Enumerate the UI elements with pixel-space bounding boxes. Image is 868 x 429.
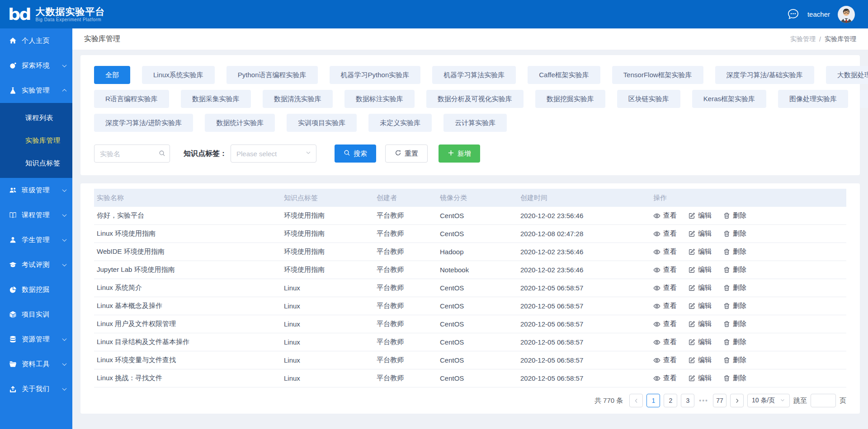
filter-tag[interactable]: 机器学习Python实验库 [330, 66, 421, 84]
filter-tag[interactable]: 云计算实验库 [443, 114, 507, 132]
delete-button[interactable]: 删除 [723, 211, 746, 220]
sidebar-item-student-mgmt[interactable]: 学生管理 [0, 228, 72, 252]
filter-tag[interactable]: 数据统计实验库 [205, 114, 275, 132]
sidebar-item-explore-env[interactable]: 探索环境 [0, 53, 72, 78]
filter-tag[interactable]: 数据标注实验库 [344, 90, 415, 108]
filter-tag[interactable]: Caffe框架实验库 [528, 66, 600, 84]
filter-tag[interactable]: 大数据处理技术实验库 [826, 66, 868, 84]
sidebar-item-data-mining[interactable]: 数据挖掘 [0, 277, 72, 302]
view-button[interactable]: 查看 [653, 356, 677, 364]
sidebar-item-label: 探索环境 [22, 61, 63, 70]
edit-button[interactable]: 编辑 [689, 211, 712, 220]
view-button[interactable]: 查看 [653, 284, 677, 292]
sidebar-item-about-us[interactable]: 关于我们 [0, 377, 72, 401]
edit-button[interactable]: 编辑 [689, 247, 712, 256]
prev-page-button[interactable] [629, 394, 643, 407]
sidebar-item-material-tools[interactable]: 资料工具 [0, 352, 72, 377]
cell-image: CentOS [437, 284, 518, 292]
page-button-2[interactable]: 2 [664, 394, 677, 407]
delete-button[interactable]: 删除 [723, 229, 746, 238]
filter-tag[interactable]: R语言编程实验库 [94, 90, 169, 108]
view-button[interactable]: 查看 [653, 302, 677, 310]
filter-tag[interactable]: 区块链实验库 [617, 90, 680, 108]
sidebar-item-project-training[interactable]: 项目实训 [0, 302, 72, 327]
filter-tag[interactable]: PyTorch框架实验库 [860, 90, 868, 108]
edit-button[interactable]: 编辑 [689, 320, 712, 328]
about-icon [9, 385, 17, 393]
view-button[interactable]: 查看 [653, 266, 677, 274]
filter-tag[interactable]: 全部 [94, 66, 130, 84]
refresh-icon [395, 149, 401, 158]
filter-tag[interactable]: 深度学习算法/进阶实验库 [94, 114, 193, 132]
sidebar-item-class-mgmt[interactable]: 班级管理 [0, 178, 72, 203]
page-size-select[interactable]: 10 条/页 [747, 394, 790, 407]
sidebar-item-experiment-mgmt[interactable]: 实验管理 [0, 78, 72, 103]
view-button[interactable]: 查看 [653, 374, 677, 382]
view-button[interactable]: 查看 [653, 338, 677, 346]
edit-button[interactable]: 编辑 [689, 229, 712, 238]
sidebar-item-personal-home[interactable]: 个人主页 [0, 28, 72, 53]
edit-icon [689, 321, 695, 327]
messages-icon[interactable] [786, 7, 800, 21]
next-page-button[interactable] [730, 394, 744, 407]
edit-button[interactable]: 编辑 [689, 338, 712, 346]
filter-tag[interactable]: 数据清洗实验库 [263, 90, 333, 108]
filter-tag[interactable]: Python语言编程实验库 [226, 66, 318, 84]
filter-tag[interactable]: 未定义实验库 [368, 114, 432, 132]
brand[interactable]: bd 大数据实验平台 Big Data Experiment Platform [8, 6, 105, 23]
edit-button[interactable]: 编辑 [689, 356, 712, 364]
delete-button[interactable]: 删除 [723, 266, 746, 274]
filter-tag[interactable]: TensorFlow框架实验库 [612, 66, 703, 84]
page-button-77[interactable]: 77 [713, 394, 726, 407]
sidebar-item-course-mgmt[interactable]: 课程管理 [0, 203, 72, 228]
page-button-1[interactable]: 1 [646, 394, 660, 407]
filter-tag[interactable]: 机器学习算法实验库 [432, 66, 516, 84]
submenu-item-knowledge-tags[interactable]: 知识点标签 [0, 152, 72, 174]
edit-button[interactable]: 编辑 [689, 374, 712, 382]
jump-page-input[interactable] [811, 394, 836, 407]
edit-button[interactable]: 编辑 [689, 266, 712, 274]
sidebar-item-resource-mgmt[interactable]: 资源管理 [0, 327, 72, 352]
delete-button[interactable]: 删除 [723, 374, 746, 382]
submenu-item-experiment-lib-mgmt[interactable]: 实验库管理 [0, 129, 72, 152]
delete-button[interactable]: 删除 [723, 338, 746, 346]
knowledge-tag-select[interactable]: Please select [231, 145, 316, 163]
view-button[interactable]: 查看 [653, 247, 677, 256]
cell-tag: Linux [281, 356, 374, 364]
add-button[interactable]: 新增 [439, 145, 480, 163]
page-ellipsis[interactable]: ••• [698, 397, 709, 404]
filter-tag[interactable]: Keras框架实验库 [692, 90, 766, 108]
delete-button[interactable]: 删除 [723, 302, 746, 310]
breadcrumb-separator: / [819, 36, 821, 43]
delete-button[interactable]: 删除 [723, 284, 746, 292]
view-button[interactable]: 查看 [653, 320, 677, 328]
avatar[interactable] [837, 5, 855, 23]
edit-button[interactable]: 编辑 [689, 302, 712, 310]
edit-button[interactable]: 编辑 [689, 284, 712, 292]
trash-icon [723, 248, 730, 255]
breadcrumb-parent[interactable]: 实验管理 [790, 35, 816, 43]
eye-icon [653, 212, 660, 219]
page-button-3[interactable]: 3 [681, 394, 694, 407]
reset-button[interactable]: 重置 [385, 145, 428, 163]
delete-button[interactable]: 删除 [723, 247, 746, 256]
filter-tag[interactable]: 数据采集实验库 [181, 90, 251, 108]
search-button[interactable]: 搜索 [335, 145, 376, 163]
filter-tag[interactable]: 图像处理实验库 [778, 90, 848, 108]
table-header-row: 实验名称知识点标签创建者镜像分类创建时间操作 [94, 189, 846, 207]
view-button[interactable]: 查看 [653, 229, 677, 238]
view-button[interactable]: 查看 [653, 211, 677, 220]
delete-button[interactable]: 删除 [723, 320, 746, 328]
logo-bd-icon: bd [8, 6, 30, 22]
cell-image: CentOS [437, 356, 518, 364]
filter-tag[interactable]: 深度学习算法/基础实验库 [715, 66, 814, 84]
filter-tag[interactable]: 数据挖掘实验库 [535, 90, 605, 108]
table-row: 你好，实验平台环境使用指南平台教师CentOS2020-12-02 23:56:… [94, 207, 846, 225]
delete-button[interactable]: 删除 [723, 356, 746, 364]
chevron-up-icon [62, 89, 67, 93]
filter-tag[interactable]: 实训项目实验库 [287, 114, 357, 132]
filter-tag[interactable]: 数据分析及可视化实验库 [426, 90, 524, 108]
filter-tag[interactable]: Linux系统实验库 [142, 66, 215, 84]
sidebar-item-exam-eval[interactable]: 考试评测 [0, 252, 72, 277]
submenu-item-course-list[interactable]: 课程列表 [0, 107, 72, 129]
